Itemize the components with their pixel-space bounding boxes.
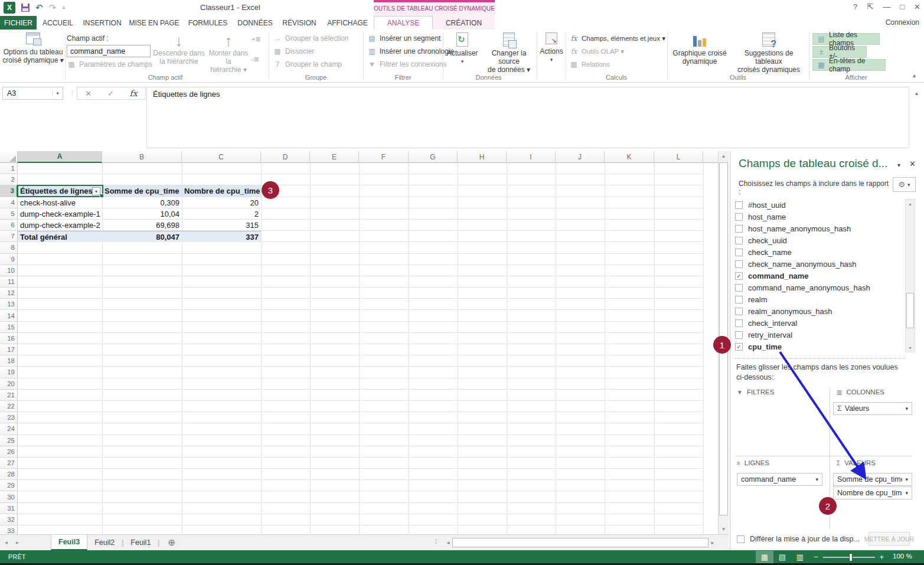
row-header[interactable]: 18 [0, 355, 18, 367]
group-field-button[interactable]: 7 Grouper le champ [273, 60, 342, 68]
field-item[interactable]: retry_interval [735, 329, 905, 341]
defer-layout-checkbox[interactable] [737, 535, 745, 543]
pivot-row-sum[interactable]: 69,698 [102, 220, 182, 231]
row-header[interactable]: 24 [0, 423, 18, 435]
column-header-b[interactable]: B [102, 151, 182, 163]
olap-tools-button[interactable]: fx Outils OLAP ▾ [569, 47, 624, 55]
pivot-row-sum[interactable]: 10,04 [102, 208, 182, 220]
row-header[interactable]: 6 [0, 220, 18, 231]
field-item[interactable]: check_name_anonymous_hash [735, 258, 905, 270]
row-header[interactable]: 9 [0, 254, 18, 265]
tab-scroll-split-handle[interactable]: ⁞ [435, 538, 437, 545]
close-icon[interactable]: ✕ [914, 2, 920, 11]
pane-options-icon[interactable]: ▾ [897, 162, 900, 168]
insert-timeline-button[interactable]: ▥ Insérer une chronologie [367, 47, 454, 55]
row-header[interactable]: 32 [0, 514, 18, 525]
column-header-f[interactable]: F [359, 151, 409, 163]
expand-field-icon[interactable]: +≣ [252, 35, 261, 43]
row-header[interactable]: 26 [0, 446, 18, 458]
pivot-total-count-cell[interactable]: 337 [182, 231, 261, 242]
row-header[interactable]: 17 [0, 344, 18, 355]
row-header[interactable]: 5 [0, 208, 18, 220]
item-dropdown-icon[interactable]: ▾ [905, 406, 908, 411]
field-checkbox[interactable] [735, 249, 743, 256]
scroll-down-icon[interactable]: ▼ [906, 344, 915, 352]
ribbon-display-options-icon[interactable]: ⇱ [867, 2, 873, 11]
scroll-up-icon[interactable]: ▲ [906, 200, 915, 208]
item-dropdown-icon[interactable]: ▾ [905, 476, 908, 482]
drill-up-button[interactable]: ↑ Monter dans la hiérarchie ▾ [205, 32, 252, 74]
column-header-e[interactable]: E [310, 151, 359, 163]
pivot-row-count[interactable]: 20 [182, 197, 261, 208]
field-list-scroll-thumb[interactable] [906, 293, 914, 328]
field-checkbox[interactable] [735, 201, 743, 209]
collapse-field-icon[interactable]: -≣ [252, 55, 259, 63]
rows-zone-item-command-name[interactable]: command_name ▾ [737, 473, 822, 486]
row-header[interactable]: 30 [0, 491, 18, 502]
pivot-total-label-cell[interactable]: Total général [18, 231, 102, 242]
pivot-row-count[interactable]: 2 [182, 208, 261, 220]
drill-down-button[interactable]: ↓ Descendre dans la hiérarchie [152, 32, 205, 66]
horizontal-scroll-thumb[interactable] [452, 538, 708, 547]
ungroup-button[interactable]: ▦ Dissocier [273, 47, 314, 55]
page-break-view-icon[interactable]: ▥ [791, 551, 809, 563]
zoom-slider-thumb[interactable] [849, 553, 853, 561]
field-checkbox[interactable] [735, 260, 743, 268]
row-header[interactable]: 33 [0, 525, 18, 534]
row-header[interactable]: 11 [0, 276, 18, 288]
sheet-nav-arrows[interactable]: ◂▸ [5, 539, 27, 546]
sheet-tab-feuil2[interactable]: Feuil2 [87, 535, 122, 550]
field-checkbox[interactable] [735, 237, 743, 244]
defer-layout-checkbox-row[interactable]: Différer la mise à jour de la disp... [737, 535, 860, 543]
column-header-d[interactable]: D [261, 151, 310, 163]
row-header[interactable]: 25 [0, 435, 18, 446]
column-header-c[interactable]: C [182, 151, 261, 163]
row-header[interactable]: 29 [0, 480, 18, 491]
name-box[interactable]: A3 ▾ [2, 87, 63, 100]
row-header[interactable]: 22 [0, 401, 18, 412]
undo-icon[interactable]: ↶ [35, 2, 43, 13]
pane-close-icon[interactable]: ✕ [909, 159, 916, 168]
field-item[interactable]: host_name [735, 211, 905, 223]
column-header-g[interactable]: G [409, 151, 458, 163]
name-box-dropdown-icon[interactable]: ▾ [52, 90, 63, 96]
plus-minus-buttons-toggle[interactable]: ± Boutons +/- [812, 46, 867, 58]
row-header[interactable]: 8 [0, 242, 18, 253]
item-dropdown-icon[interactable]: ▾ [905, 490, 908, 496]
values-zone-item-nombre[interactable]: Nombre de cpu_time ▾ [833, 486, 912, 499]
field-checkbox[interactable] [735, 296, 743, 303]
row-header[interactable]: 15 [0, 322, 18, 333]
change-data-source-button[interactable]: Changer la source de données ▾ [482, 32, 536, 74]
pivot-sum-header-cell[interactable]: Somme de cpu_time [102, 185, 182, 197]
field-item-cpu-time[interactable]: ✓cpu_time [735, 341, 905, 352]
pivot-row-name[interactable]: dump-check-example-1 [18, 208, 102, 220]
row-header[interactable]: 3 [0, 185, 18, 197]
connexion-link[interactable]: Connexion [886, 18, 919, 27]
field-checkbox-checked[interactable]: ✓ [735, 272, 743, 280]
row-header[interactable]: 2 [0, 174, 18, 185]
tab-insertion[interactable]: INSERTION [79, 16, 125, 30]
field-item[interactable]: command_name_anonymous_hash [735, 282, 905, 293]
minimize-icon[interactable]: — [883, 2, 890, 11]
field-item-command-name[interactable]: ✓command_name [735, 270, 905, 282]
row-header[interactable]: 19 [0, 367, 18, 378]
row-header[interactable]: 13 [0, 299, 18, 310]
column-header-l[interactable]: L [654, 151, 703, 163]
restore-icon[interactable]: □ [900, 2, 905, 11]
add-sheet-icon[interactable]: ⊕ [168, 535, 175, 550]
pane-tools-button[interactable]: ⚙ ▾ [893, 177, 916, 192]
sheet-tab-feuil1[interactable]: Feuil1 [123, 535, 158, 550]
insert-slicer-button[interactable]: ▤ Insérer un segment [367, 34, 440, 43]
scroll-right-icon[interactable]: ► [708, 540, 717, 546]
refresh-button[interactable]: ↻ Actualiser ▾ [444, 32, 481, 66]
field-settings-button[interactable]: ▦ Paramètres de champs [67, 60, 152, 68]
redo-icon[interactable]: ↷ [49, 2, 57, 13]
tab-accueil[interactable]: ACCUEIL [37, 16, 79, 30]
row-header[interactable]: 12 [0, 288, 18, 299]
columns-zone-item-valeurs[interactable]: Σ Valeurs ▾ [833, 402, 912, 415]
filter-connections-button[interactable]: ▼ Filtrer les connexions [367, 60, 446, 68]
actions-button[interactable]: Actions ▾ [538, 32, 564, 64]
column-header-j[interactable]: J [556, 151, 605, 163]
insert-function-icon[interactable]: fx [130, 89, 138, 98]
enter-icon[interactable]: ✓ [107, 89, 114, 98]
